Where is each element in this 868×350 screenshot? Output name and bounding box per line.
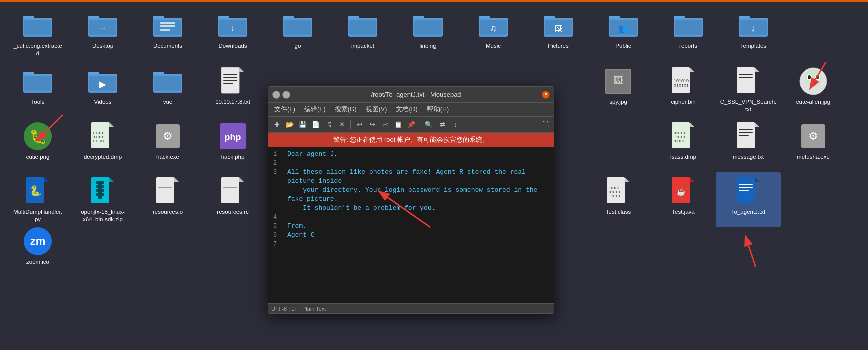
icon-tools[interactable]: Tools [5, 62, 70, 117]
icon-go[interactable]: go [265, 6, 330, 61]
icon-documents[interactable]: Documents [135, 6, 200, 61]
tb-open[interactable]: 📂 [284, 119, 295, 130]
file-icon-img [153, 176, 183, 206]
editor-line-6: 6 Agent C [273, 231, 549, 240]
svg-rect-111 [739, 132, 753, 133]
icon-spy-jpg[interactable]: 🖼 spy.jpg [586, 62, 651, 117]
icon-label: Templates [740, 42, 766, 50]
icon-cutie-png[interactable]: 🐛 cutie.png [5, 117, 70, 172]
svg-text:⚙: ⚙ [163, 130, 173, 142]
svg-marker-109 [755, 122, 760, 127]
minimize-button[interactable] [272, 91, 280, 99]
close-button[interactable]: ✕ [542, 91, 550, 99]
icon-resources-o[interactable]: resources.o [135, 172, 200, 227]
icon-decrypted-dmp[interactable]: 010101101001101 decrypted.dmp [70, 117, 135, 172]
icon-impacket[interactable]: impacket [330, 6, 395, 61]
icon-reports[interactable]: reports [656, 6, 721, 61]
tb-close[interactable]: ✕ [336, 119, 347, 130]
icon-label: message.txt [733, 153, 764, 161]
svg-marker-85 [755, 67, 760, 72]
folder-icon-img: 🖼 [543, 10, 573, 40]
editor-line-2: 2 [273, 159, 549, 168]
svg-marker-137 [690, 177, 695, 182]
menu-file[interactable]: 文件(F) [270, 104, 299, 115]
icon-test-class[interactable]: 101010101011010 Test.class [586, 172, 651, 227]
svg-marker-140 [755, 177, 760, 182]
menu-doc[interactable]: 文档(D) [392, 104, 421, 115]
tb-jumpto[interactable]: ↕ [450, 119, 461, 130]
tb-redo[interactable]: ↪ [367, 119, 378, 130]
svg-rect-14 [160, 25, 175, 27]
tb-new[interactable]: ✚ [271, 119, 282, 130]
tb-fullscreen[interactable]: ⛶ [540, 119, 551, 130]
folder-icon-img: ▶ [88, 66, 118, 96]
statusbar-text: UTF-8 | LF | Plain Text [271, 306, 326, 312]
folder-icon-img [23, 66, 53, 96]
svg-rect-15 [160, 29, 170, 31]
svg-rect-122 [96, 185, 104, 188]
tb-undo[interactable]: ↩ [354, 119, 365, 130]
icon-cute-alien[interactable]: cute-alien.jpg [781, 62, 846, 117]
menu-search[interactable]: 搜索(G) [331, 104, 361, 115]
icon-label: spy.jpg [609, 98, 627, 106]
warning-bar: 警告: 您正在使用 root 帐户。有可能会损害您的系统。 [268, 133, 554, 147]
tb-save[interactable]: 📄 [310, 119, 321, 130]
icon-label: Documents [153, 42, 182, 50]
bin-icon-img: 101010010101 [668, 66, 698, 96]
editor-line-3: 3 All these alien like photos are fake! … [273, 168, 549, 186]
icon-vue[interactable]: vue [135, 62, 200, 117]
maximize-button[interactable] [282, 91, 290, 99]
icon-label: zoom.ico [26, 258, 49, 266]
icon-cutie-extracted[interactable]: _cutie.png.extracted [5, 6, 70, 61]
icon-resources-rc[interactable]: resources.rc [200, 172, 265, 227]
tb-save-as[interactable]: 💾 [297, 119, 308, 130]
icon-multidump[interactable]: 🐍 MultiDumpHandler.py [5, 172, 70, 227]
folder-icon-img: ··· [88, 10, 118, 40]
php-icon-img: php [218, 121, 248, 151]
svg-rect-125 [156, 177, 174, 203]
icon-message-txt[interactable]: message.txt [716, 117, 781, 172]
tb-replace[interactable]: ⇄ [437, 119, 448, 130]
py-icon-img: 🐍 [23, 176, 53, 206]
icon-templates[interactable]: ↓ Templates [721, 6, 786, 61]
icon-linbing[interactable]: linbing [395, 6, 461, 61]
svg-marker-119 [109, 177, 114, 182]
menu-help[interactable]: 帮助(H) [423, 104, 453, 115]
icon-pictures[interactable]: 🖼 Pictures [526, 6, 591, 61]
editor-content[interactable]: 1 Dear agent J, 2 3 All these alien like… [268, 147, 554, 303]
icon-lsass-dmp[interactable]: 010101101001101 lsass.dmp [651, 117, 716, 172]
icon-label: Desktop [92, 42, 113, 50]
icon-downloads[interactable]: ↓ Downloads [200, 6, 265, 61]
svg-rect-76 [223, 83, 233, 84]
icon-cipher-bin[interactable]: 101010010101 cipher.bin [651, 62, 716, 117]
icon-label: cute-alien.jpg [796, 98, 830, 106]
icon-hack-exe[interactable]: ⚙ hack.exe [135, 117, 200, 172]
icon-10-10-17[interactable]: 10.10.17.8.txt [200, 62, 265, 117]
tb-cut[interactable]: ✂ [380, 119, 391, 130]
icon-c-ssl[interactable]: C_SSL_VPN_Search.txt [716, 62, 781, 117]
editor-line-3c: It shouldn't be a problem for you. [273, 204, 549, 213]
exe-icon-img: ⚙ [153, 121, 183, 151]
tb-print[interactable]: 🖨 [323, 119, 334, 130]
icon-videos[interactable]: ▶ Videos [70, 62, 135, 117]
editor-line-5: 5 From, [273, 222, 549, 231]
zip-icon-img [88, 176, 118, 206]
tb-find[interactable]: 🔍 [423, 119, 435, 130]
icon-music[interactable]: ♫ Music [461, 6, 526, 61]
tb-paste[interactable]: 📌 [406, 119, 417, 130]
menu-view[interactable]: 视图(V) [362, 104, 391, 115]
icon-test-java[interactable]: ☕ Test.java [651, 172, 716, 227]
alien-icon-img [798, 66, 828, 96]
svg-rect-51 [675, 20, 702, 35]
icon-desktop[interactable]: ··· Desktop [70, 6, 135, 61]
menu-edit[interactable]: 编辑(E) [300, 104, 330, 115]
icon-hack-php[interactable]: php hack.php [200, 117, 265, 172]
icon-zoom-ico[interactable]: zm zoom.ico [5, 222, 70, 277]
icon-to-agent-j[interactable]: To_agentJ.txt [716, 172, 781, 227]
tb-copy[interactable]: 📋 [393, 119, 404, 130]
icon-public[interactable]: 👥 Public [591, 6, 656, 61]
icon-metusha-exe[interactable]: ⚙ metusha.exe [781, 117, 846, 172]
icon-openjfx[interactable]: openjfx-18_linux-x64_bin-sdk.zip [70, 172, 135, 227]
icon-label: linbing [419, 42, 436, 50]
svg-rect-75 [223, 80, 237, 81]
